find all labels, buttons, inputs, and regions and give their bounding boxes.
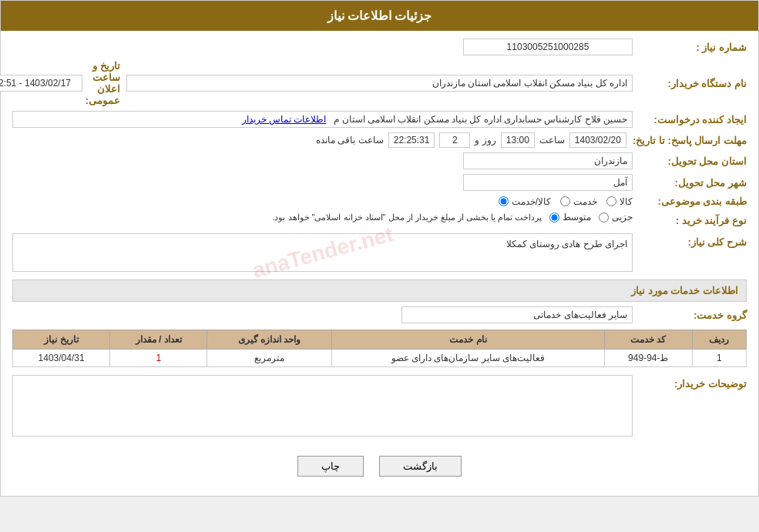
cell-date: 1403/04/31	[13, 350, 110, 367]
cell-unit: مترمربع	[207, 350, 332, 367]
print-button[interactable]: چاپ	[297, 456, 364, 477]
description-container: anaTender.net اجرای طرح هادی روستای کمکل…	[12, 233, 633, 272]
service-group-value: سایر فعالیت‌های خدماتی	[401, 306, 633, 323]
table-row: 1 ط-94-949 فعالیت‌های سایر سازمان‌های دا…	[13, 350, 747, 367]
deadline-time-label: ساعت	[539, 135, 565, 146]
deadline-row: مهلت ارسال پاسخ: تا تاریخ: 1403/02/20 سا…	[12, 132, 747, 148]
kala-khedmat-label: کالا/خدمت	[512, 196, 551, 207]
services-section-header: اطلاعات خدمات مورد نیاز	[12, 279, 747, 302]
deadline-days-label: روز و	[475, 135, 495, 146]
col-date: تاریخ نیاز	[13, 330, 110, 350]
process-note: پرداخت تمام یا بخشی از مبلغ خریدار از مح…	[272, 212, 542, 223]
cell-code: ط-94-949	[605, 350, 693, 367]
watermark: anaTender.net	[250, 222, 396, 283]
need-number-value: 1103005251000285	[463, 38, 633, 55]
buyer-notes-row: توضیحات خریدار:	[12, 375, 747, 437]
requester-row: ایجاد کننده درخواست: حسین فلاح کارشناس ح…	[12, 111, 747, 128]
deadline-days: 2	[439, 132, 470, 148]
service-group-row: گروه خدمت: سایر فعالیت‌های خدماتی	[12, 306, 747, 323]
buyer-notes-label: توضیحات خریدار:	[639, 375, 747, 390]
city-row: شهر محل تحویل: آمل	[12, 174, 747, 191]
category-radio-kala-khedmat-input[interactable]	[499, 196, 509, 206]
province-row: استان محل تحویل: مازندران	[12, 152, 747, 169]
deadline-time: 13:00	[501, 132, 535, 148]
cell-quantity: 1	[110, 350, 207, 367]
cell-row-num: 1	[692, 350, 746, 367]
jozi-label: جزیی	[612, 212, 633, 223]
province-label: استان محل تحویل:	[639, 156, 747, 167]
deadline-remaining: 22:25:31	[388, 132, 435, 148]
need-number-label: شماره نیاز :	[639, 42, 747, 53]
category-radio-kala: کالا	[606, 196, 633, 207]
requester-label: ایجاد کننده درخواست:	[639, 114, 747, 125]
category-row: طبقه بندی موضوعی: کالا خدمت کالا/خدمت	[12, 196, 747, 207]
category-label: طبقه بندی موضوعی:	[639, 196, 747, 207]
page-container: جزئیات اطلاعات نیاز شماره نیاز : 1103005…	[0, 0, 759, 497]
publish-date-value: 1403/02/17 - 12:51	[0, 75, 82, 92]
publish-date-label: تاریخ و ساعت اعلان عمومی:	[86, 60, 120, 106]
buyer-org-row: نام دستگاه خریدار: اداره کل بنیاد مسکن ا…	[12, 60, 747, 106]
col-code: کد خدمت	[605, 330, 693, 350]
page-header: جزئیات اطلاعات نیاز	[1, 1, 758, 31]
service-group-label: گروه خدمت:	[639, 309, 747, 321]
col-name: نام خدمت	[331, 330, 604, 350]
category-radio-group: کالا خدمت کالا/خدمت	[499, 196, 633, 207]
deadline-details: 1403/02/20 ساعت 13:00 روز و 2 22:25:31 س…	[316, 132, 626, 148]
buyer-org-value: اداره کل بنیاد مسکن انقلاب اسلامی استان …	[126, 75, 633, 92]
buyer-notes-textarea[interactable]	[12, 375, 633, 437]
buyer-org-label: نام دستگاه خریدار:	[639, 78, 747, 89]
category-radio-khedmat: خدمت	[560, 196, 597, 207]
col-unit: واحد اندازه گیری	[207, 330, 332, 350]
process-radio-motavasset-input[interactable]	[549, 212, 559, 223]
province-value: مازندران	[463, 152, 633, 169]
description-label: شرح کلی نیاز:	[639, 233, 747, 248]
col-row-num: ردیف	[692, 330, 746, 350]
category-radio-kala-input[interactable]	[606, 196, 616, 206]
description-box: anaTender.net اجرای طرح هادی روستای کمکل…	[12, 233, 633, 272]
footer-buttons: بازگشت چاپ	[12, 444, 747, 488]
deadline-label: مهلت ارسال پاسخ: تا تاریخ:	[633, 135, 747, 146]
process-radio-jozi-input[interactable]	[599, 212, 609, 223]
city-label: شهر محل تحویل:	[639, 177, 747, 189]
content-area: شماره نیاز : 1103005251000285 نام دستگاه…	[1, 31, 758, 496]
process-radio-jozi: جزیی	[599, 212, 633, 223]
city-value: آمل	[463, 174, 633, 191]
category-radio-kala-khedmat: کالا/خدمت	[499, 196, 551, 207]
page-title: جزئیات اطلاعات نیاز	[327, 9, 432, 22]
col-quantity: تعداد / مقدار	[110, 330, 207, 350]
category-radio-khedmat-input[interactable]	[560, 196, 570, 206]
services-table: ردیف کد خدمت نام خدمت واحد اندازه گیری ت…	[12, 330, 747, 367]
table-header-row: ردیف کد خدمت نام خدمت واحد اندازه گیری ت…	[13, 330, 747, 350]
khedmat-label: خدمت	[573, 196, 597, 207]
process-row: نوع فرآیند خرید : جزیی متوسط پرداخت تمام…	[12, 212, 747, 229]
need-number-row: شماره نیاز : 1103005251000285	[12, 38, 747, 55]
deadline-remaining-label: ساعت باقی مانده	[316, 135, 384, 146]
process-label: نوع فرآیند خرید :	[639, 215, 747, 226]
description-row: شرح کلی نیاز: anaTender.net اجرای طرح ها…	[12, 233, 747, 272]
requester-value: حسین فلاح کارشناس حسابداری اداره کل بنیا…	[12, 111, 633, 128]
description-value: اجرای طرح هادی روستای کمکلا	[506, 239, 627, 249]
back-button[interactable]: بازگشت	[379, 456, 462, 477]
process-radio-motavasset: متوسط	[549, 212, 591, 223]
cell-name: فعالیت‌های سایر سازمان‌های دارای عضو	[331, 350, 604, 367]
deadline-date: 1403/02/20	[569, 132, 626, 148]
requester-contact-link[interactable]: اطلاعات تماس خریدار	[242, 114, 327, 125]
kala-label: کالا	[620, 196, 633, 207]
process-details: جزیی متوسط پرداخت تمام یا بخشی از مبلغ خ…	[272, 212, 633, 223]
motavasset-label: متوسط	[563, 212, 591, 223]
